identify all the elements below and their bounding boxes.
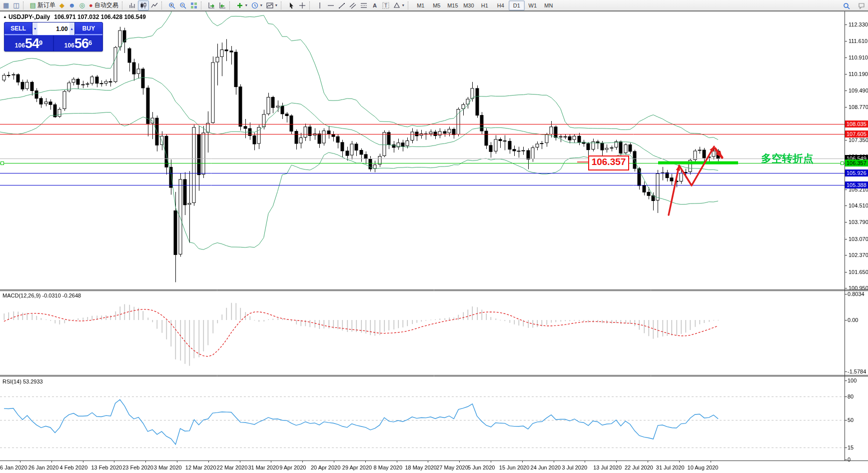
- shapes-icon[interactable]: ▾: [391, 0, 406, 10]
- trendline-icon[interactable]: [336, 0, 347, 10]
- zoom-out-icon[interactable]: [177, 0, 188, 10]
- templates-caret-icon[interactable]: ▾: [275, 3, 277, 8]
- market-watch-icon[interactable]: ◫: [11, 0, 21, 10]
- chart-title-ohlc: 106.971 107.032 106.428 106.549: [54, 14, 146, 20]
- price-tick-label: 108.770: [849, 104, 868, 110]
- price-tick-label: 100.950: [849, 285, 868, 291]
- date-tick-label: 9 Apr 2020: [279, 464, 306, 470]
- rsi-axis-label: 80: [848, 394, 854, 400]
- one-click-trading-panel: SELL ▼ ▲ BUY 106 54 9 106 56 6: [4, 22, 103, 52]
- crosshair-icon[interactable]: [297, 0, 308, 10]
- tile-windows-icon[interactable]: [188, 0, 199, 10]
- price-tick-label: 109.490: [849, 88, 868, 94]
- macd-label: MACD(12,26,9) -0.0310 -0.2648: [2, 292, 81, 298]
- panel-toggle-icon[interactable]: ▲: [3, 14, 7, 19]
- chart-window-icon[interactable]: ▦: [1, 0, 11, 10]
- chart-title: ▲USDJPY-,Daily106.971 107.032 106.428 10…: [3, 14, 146, 20]
- timeframe-m30-button[interactable]: M30: [461, 0, 477, 10]
- price-tick-label: 102.370: [849, 252, 868, 258]
- rsi-axis-label: 100: [848, 378, 857, 384]
- price-level-chip: 105.388: [845, 182, 868, 188]
- timeframe-w1-button[interactable]: W1: [525, 0, 541, 10]
- rsi-axis-label: 15: [848, 444, 854, 450]
- line-chart-icon[interactable]: [149, 0, 160, 10]
- timeframe-h4-button[interactable]: H4: [493, 0, 509, 10]
- price-tick-label: 104.510: [849, 202, 868, 208]
- price-tick-label: 110.190: [849, 71, 868, 77]
- buy-price[interactable]: 106 56 6: [54, 36, 102, 51]
- toolbar-separator: [408, 2, 411, 10]
- date-tick-label: 16 Jan 2020: [0, 464, 27, 470]
- vertical-line-icon[interactable]: [314, 0, 325, 10]
- indicators-caret-icon[interactable]: ▾: [245, 3, 247, 8]
- price-tick-label: 103.790: [849, 219, 868, 225]
- indicators-icon[interactable]: ▾: [234, 0, 249, 10]
- chart-canvas[interactable]: [0, 12, 868, 473]
- date-tick-label: 12 Mar 2020: [185, 464, 216, 470]
- candlestick-chart-icon[interactable]: [138, 0, 149, 10]
- toolbar-separator: [281, 2, 284, 10]
- text-icon[interactable]: A: [369, 0, 380, 10]
- terminal-icon[interactable]: ☻: [66, 0, 77, 10]
- horizontal-line-icon[interactable]: [325, 0, 336, 10]
- price-level-chip: 107.605: [845, 130, 868, 138]
- date-tick-label: 31 Jul 2020: [656, 464, 685, 470]
- volume-input[interactable]: [37, 22, 69, 35]
- price-level-chip: 105.926: [845, 170, 868, 176]
- date-tick-label: 23 Feb 2020: [122, 464, 153, 470]
- sell-price[interactable]: 106 54 9: [4, 36, 54, 51]
- periods-caret-icon[interactable]: ▾: [260, 3, 262, 8]
- price-tick-label: 103.070: [849, 236, 868, 242]
- sell-button[interactable]: SELL: [4, 22, 32, 35]
- fibonacci-icon[interactable]: [358, 0, 369, 10]
- date-tick-label: 24 Jun 2020: [531, 464, 561, 470]
- date-tick-label: 31 Mar 2020: [248, 464, 279, 470]
- signals-icon[interactable]: ◎: [77, 0, 87, 10]
- macd-axis-label: 0.00: [848, 317, 858, 323]
- date-tick-label: 3 Jul 2020: [562, 464, 587, 470]
- timeframe-h1-button[interactable]: H1: [477, 0, 493, 10]
- svg-text:A: A: [373, 2, 377, 8]
- toolbar-right-group: [841, 1, 867, 11]
- toolbar: ▦◫▤新订单◆☻◎●自动交易▾▾▾AT▾M1M5M15M30H1H4D1W1MN: [0, 0, 868, 12]
- price-level-chip: 108.035: [845, 120, 868, 128]
- zoom-in-icon[interactable]: [166, 0, 177, 10]
- text-label-icon[interactable]: T: [380, 0, 391, 10]
- volume-decrease-button[interactable]: ▼: [32, 22, 37, 35]
- date-tick-label: 15 Jun 2020: [499, 464, 530, 470]
- autotrading-icon[interactable]: ●自动交易: [87, 0, 120, 10]
- toolbar-separator: [201, 2, 204, 10]
- periods-icon[interactable]: ▾: [249, 0, 264, 10]
- date-tick-label: 5 Jun 2020: [468, 464, 495, 470]
- new-order-icon[interactable]: ▤新订单: [28, 0, 57, 10]
- toolbar-separator: [122, 2, 125, 10]
- timeframe-m15-button[interactable]: M15: [445, 0, 461, 10]
- bar-chart-icon[interactable]: [127, 0, 138, 10]
- gold-icon[interactable]: ◆: [57, 0, 66, 10]
- macd-axis-label: -1.5784: [848, 368, 866, 374]
- date-tick-label: 8 May 2020: [374, 464, 402, 470]
- timeframe-mn-button[interactable]: MN: [541, 0, 557, 10]
- auto-scroll-icon[interactable]: [206, 0, 217, 10]
- date-tick-label: 29 Apr 2020: [342, 464, 372, 470]
- timeframe-m1-button[interactable]: M1: [413, 0, 429, 10]
- price-tick-label: 112.330: [849, 22, 868, 28]
- cursor-icon[interactable]: [286, 0, 297, 10]
- equidistant-channel-icon[interactable]: [347, 0, 358, 10]
- shapes-caret-icon[interactable]: ▾: [402, 3, 404, 8]
- turning-point-label[interactable]: 多空转折点: [761, 152, 814, 166]
- chart-shift-icon[interactable]: [217, 0, 228, 10]
- svg-text:T: T: [384, 3, 387, 8]
- timeframe-d1-button[interactable]: D1: [509, 0, 525, 10]
- templates-icon[interactable]: ▾: [264, 0, 279, 10]
- date-tick-label: 10 Aug 2020: [688, 464, 719, 470]
- search-icon[interactable]: [841, 1, 852, 11]
- price-annotation-box[interactable]: 106.357: [588, 156, 629, 170]
- date-tick-label: 18 May 2020: [405, 464, 437, 470]
- date-tick-label: 26 Jan 2020: [28, 464, 59, 470]
- price-tick-label: 110.910: [849, 54, 868, 60]
- chat-icon[interactable]: [856, 1, 867, 11]
- buy-button[interactable]: BUY: [75, 22, 102, 35]
- timeframe-m5-button[interactable]: M5: [429, 0, 445, 10]
- volume-increase-button[interactable]: ▲: [69, 22, 74, 35]
